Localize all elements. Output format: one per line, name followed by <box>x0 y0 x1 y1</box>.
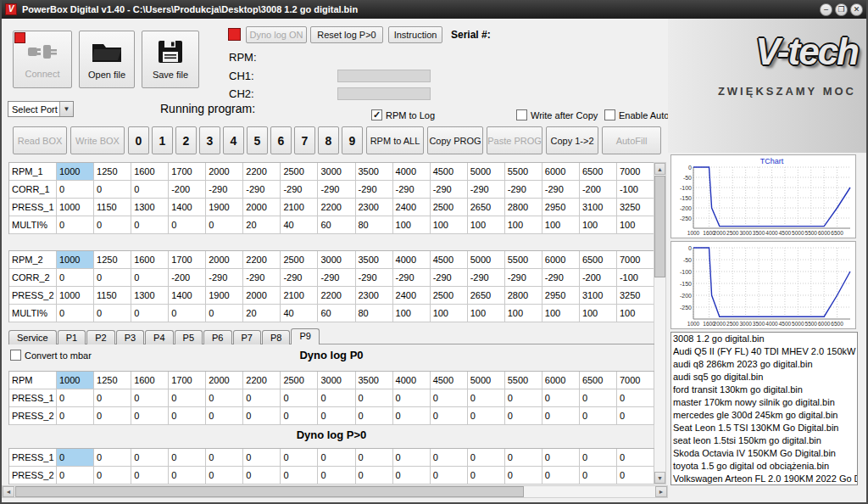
table-cell[interactable]: 3000 <box>318 251 355 269</box>
table-cell[interactable]: 0 <box>94 269 131 287</box>
copy-1-to-2-button[interactable]: Copy 1->2 <box>546 126 598 154</box>
table-cell[interactable]: 0 <box>617 389 654 407</box>
table-cell[interactable]: 100 <box>542 305 580 322</box>
table-cell[interactable]: 80 <box>356 216 393 234</box>
table-cell[interactable]: -290 <box>468 181 505 199</box>
table-cell[interactable]: 0 <box>281 467 318 484</box>
tab-service[interactable]: Service <box>8 330 57 344</box>
table-cell[interactable]: 2200 <box>318 287 355 305</box>
table-cell[interactable]: 0 <box>57 389 94 407</box>
horizontal-scrollbar[interactable]: ◄ ► <box>2 485 668 498</box>
table-cell[interactable]: 0 <box>431 389 468 407</box>
tab-p3[interactable]: P3 <box>116 330 144 344</box>
table-cell[interactable]: 3100 <box>580 199 617 216</box>
tab-p2[interactable]: P2 <box>86 330 114 344</box>
table-cell[interactable]: 2300 <box>356 199 393 216</box>
table-cell[interactable]: 4000 <box>393 163 431 181</box>
table-cell[interactable]: 5000 <box>468 372 505 389</box>
table-cell[interactable]: -200 <box>580 269 617 287</box>
vertical-scroll-thumb[interactable] <box>654 176 665 277</box>
table-cell[interactable]: 0 <box>281 407 318 425</box>
tab-p4[interactable]: P4 <box>145 330 173 344</box>
table-cell[interactable]: 100 <box>617 216 654 234</box>
table-cell[interactable]: 0 <box>94 449 131 467</box>
table-cell[interactable]: 1150 <box>94 199 131 216</box>
table-cell[interactable]: 2100 <box>281 287 318 305</box>
tab-p5[interactable]: P5 <box>175 330 203 344</box>
table-cell[interactable]: 0 <box>131 216 169 234</box>
table-cell[interactable]: 0 <box>542 407 580 425</box>
table-cell[interactable]: 2000 <box>206 372 243 389</box>
checkbox-icon[interactable] <box>604 109 615 120</box>
scroll-up-arrow[interactable]: ▲ <box>654 163 665 175</box>
tab-p9[interactable]: P9 <box>291 328 319 344</box>
checkbox-icon[interactable] <box>371 109 382 120</box>
table-cell[interactable]: 0 <box>94 389 131 407</box>
digit-button-2[interactable]: 2 <box>175 126 197 154</box>
table-cell[interactable]: 0 <box>206 305 243 322</box>
close-button[interactable]: ✕ <box>850 3 863 16</box>
table-cell[interactable]: 2100 <box>281 199 318 216</box>
table-cell[interactable]: -200 <box>169 181 206 199</box>
table-cell[interactable]: 2000 <box>243 199 281 216</box>
table-cell[interactable]: 0 <box>431 467 468 484</box>
table-cell[interactable]: 0 <box>94 407 131 425</box>
table-cell[interactable]: 0 <box>94 181 131 199</box>
table-cell[interactable]: 0 <box>356 407 393 425</box>
table-cell[interactable]: 2950 <box>542 287 580 305</box>
table-cell[interactable]: 0 <box>617 407 654 425</box>
read-box-button[interactable]: Read BOX <box>13 126 67 154</box>
table-cell[interactable]: -290 <box>356 181 393 199</box>
table-cell[interactable]: 5500 <box>505 163 542 181</box>
table-cell[interactable]: 100 <box>431 216 468 234</box>
table-cell[interactable]: 1000 <box>57 163 94 181</box>
file-item[interactable]: 3008 1.2 go digital.bin <box>671 333 857 345</box>
file-item[interactable]: seat leon 1.5tsi 150km go digital.bin <box>671 434 857 447</box>
table-cell[interactable]: 2500 <box>431 287 468 305</box>
table-cell[interactable]: -290 <box>281 269 318 287</box>
table-cell[interactable]: 20 <box>243 216 281 234</box>
table-cell[interactable]: 3500 <box>356 163 393 181</box>
table-cell[interactable]: 0 <box>505 407 542 425</box>
table-cell[interactable]: 0 <box>57 305 94 322</box>
table-cell[interactable]: 2500 <box>281 372 318 389</box>
table-cell[interactable]: -290 <box>206 269 243 287</box>
scroll-left-arrow[interactable]: ◄ <box>3 486 14 497</box>
table-cell[interactable]: 4500 <box>431 372 468 389</box>
table-cell[interactable]: 0 <box>206 407 243 425</box>
table-cell[interactable]: 0 <box>393 449 431 467</box>
table-cell[interactable]: 5000 <box>468 163 505 181</box>
file-item[interactable]: Volkswagen Arteon FL 2.0 190KM 2022 Go D… <box>671 473 857 485</box>
table-cell[interactable]: 4500 <box>431 251 468 269</box>
table-cell[interactable]: 2400 <box>393 199 431 216</box>
table-cell[interactable]: -290 <box>468 269 505 287</box>
table-cell[interactable]: 1250 <box>94 163 131 181</box>
table-cell[interactable]: 2200 <box>243 372 281 389</box>
table-cell[interactable]: 1000 <box>57 372 94 389</box>
table-cell[interactable]: 0 <box>505 449 542 467</box>
table-cell[interactable]: 0 <box>57 407 94 425</box>
table-cell[interactable]: -290 <box>431 269 468 287</box>
table-cell[interactable]: 0 <box>206 467 243 484</box>
table-cell[interactable]: 100 <box>542 216 580 234</box>
table-cell[interactable]: 0 <box>243 407 281 425</box>
table-cell[interactable]: 1000 <box>57 199 94 216</box>
table-cell[interactable]: 0 <box>57 181 94 199</box>
table-cell[interactable]: 1300 <box>131 199 169 216</box>
table-cell[interactable]: 100 <box>468 305 505 322</box>
rpm-to-log-checkbox[interactable]: RPM to Log <box>371 109 435 120</box>
table-cell[interactable]: 0 <box>318 449 355 467</box>
table-cell[interactable]: 0 <box>131 389 169 407</box>
table-cell[interactable]: -290 <box>393 269 431 287</box>
table-cell[interactable]: 7000 <box>617 372 654 389</box>
table-cell[interactable]: 0 <box>169 407 206 425</box>
table-cell[interactable]: 100 <box>580 216 617 234</box>
table-cell[interactable]: 0 <box>580 407 617 425</box>
table-cell[interactable]: 0 <box>580 389 617 407</box>
table-cell[interactable]: 1700 <box>169 372 206 389</box>
table-cell[interactable]: 0 <box>505 389 542 407</box>
table-cell[interactable]: 0 <box>57 467 94 484</box>
table-cell[interactable]: 0 <box>94 467 131 484</box>
table-cell[interactable]: 0 <box>57 269 94 287</box>
table-cell[interactable]: 0 <box>318 389 355 407</box>
